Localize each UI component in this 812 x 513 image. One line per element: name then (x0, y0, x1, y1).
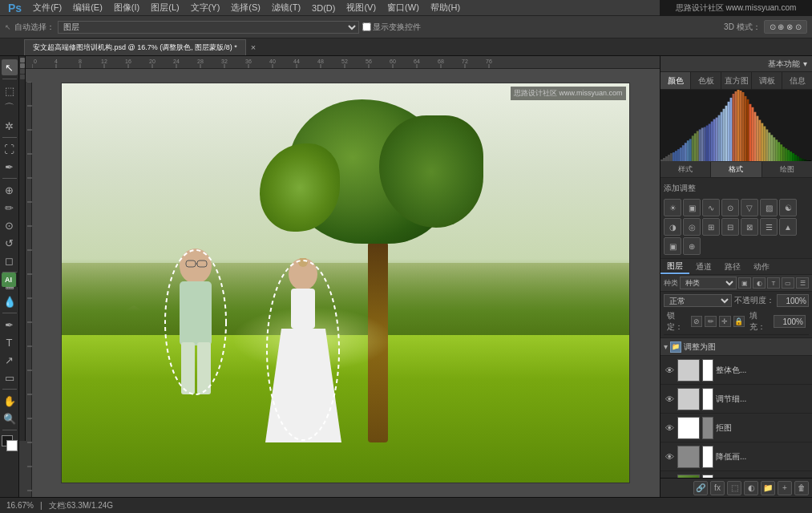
layer-kind-select[interactable]: 种类 (680, 277, 737, 289)
adj-brightness[interactable]: ☀ (664, 199, 681, 216)
canvas-viewport[interactable]: 思路设计社区 www.missyuan.com 查字典.chazidian.co… (35, 74, 655, 492)
tab-layers[interactable]: 图层 (661, 259, 689, 274)
menu-file[interactable]: 文件(F) (28, 0, 67, 15)
tab-close[interactable]: × (251, 42, 256, 52)
link-layers-btn[interactable]: 🔗 (693, 481, 708, 495)
lock-position-btn[interactable]: ✛ (719, 316, 731, 327)
adj-posterize[interactable]: ☰ (760, 218, 778, 236)
quick-select-tool[interactable]: ✲ (2, 118, 18, 134)
delete-layer-btn[interactable]: 🗑 (794, 481, 809, 495)
function-menu-btn[interactable]: ▾ (803, 59, 807, 68)
blend-mode-select[interactable]: 正常 (664, 294, 732, 307)
fill-input[interactable] (774, 315, 806, 328)
add-group-btn[interactable]: 📁 (761, 481, 775, 495)
adj-filter-btn[interactable]: ◐ (753, 277, 766, 289)
menu-filter[interactable]: 滤镜(T) (267, 0, 305, 15)
eraser-tool[interactable]: ◻ (2, 252, 18, 269)
adj-vibrance[interactable]: ▽ (741, 199, 758, 216)
crop-tool[interactable]: ⛶ (2, 141, 18, 157)
tab-info[interactable]: 信息 (782, 72, 812, 89)
tab-draw[interactable]: 绘图 (762, 162, 812, 177)
lasso-tool[interactable]: ⌒ (2, 100, 18, 116)
text-tool[interactable]: T (2, 334, 18, 350)
pixel-filter-btn[interactable]: ▣ (738, 277, 751, 289)
adj-curves[interactable]: ∿ (702, 199, 720, 216)
layer-vis-4[interactable]: 👁 (664, 451, 675, 463)
layer-item-2[interactable]: 👁 调节细... (661, 385, 812, 414)
add-style-btn[interactable]: fx (710, 481, 725, 495)
tab-color[interactable]: 颜色 (661, 72, 691, 89)
tab-channels[interactable]: 通道 (689, 259, 718, 274)
menu-window[interactable]: 窗口(W) (382, 0, 424, 15)
adj-photo-filter[interactable]: ◎ (683, 218, 701, 236)
tab-histogram[interactable]: 直方图 (721, 72, 752, 89)
pen-tool[interactable]: ✒ (2, 317, 18, 333)
adj-channel-mix[interactable]: ⊞ (702, 218, 720, 236)
layer-vis-2[interactable]: 👁 (664, 394, 675, 405)
3d-options[interactable]: ⊙ ⊕ ⊗ ⊙ (764, 20, 807, 34)
fg-color[interactable] (2, 435, 18, 451)
tab-format[interactable]: 格式 (711, 162, 762, 177)
add-mask-btn[interactable]: ⬚ (727, 481, 741, 495)
layer-vis-3[interactable]: 👁 (664, 422, 675, 434)
show-transform-label: 显示变换控件 (362, 22, 421, 33)
ai-side-label-container: AI (0, 273, 18, 287)
clone-tool[interactable]: ⊙ (2, 217, 18, 233)
lock-pixels-btn[interactable]: ✏ (705, 316, 717, 327)
tab-actions[interactable]: 动作 (747, 259, 776, 274)
opacity-input[interactable] (777, 294, 809, 307)
tab-style[interactable]: 样式 (661, 162, 711, 177)
svg-rect-83 (677, 149, 680, 161)
menu-view[interactable]: 视图(V) (341, 0, 381, 15)
brush-tool[interactable]: ✏ (2, 200, 18, 216)
hand-tool[interactable]: ✋ (2, 393, 18, 409)
layer-group-adjustment[interactable]: ▾ 📁 调整为图 (661, 338, 812, 356)
ps-icon[interactable]: Ps (3, 0, 26, 15)
layer-type-select[interactable]: 图层 (58, 21, 359, 34)
move-tool[interactable]: ↖ (2, 59, 18, 75)
tab-swatch[interactable]: 色板 (691, 72, 721, 89)
adj-hsl[interactable]: ▨ (760, 199, 778, 216)
layer-vis-1[interactable]: 👁 (664, 365, 675, 376)
menu-select[interactable]: 选择(S) (226, 0, 265, 15)
menu-edit[interactable]: 编辑(E) (68, 0, 107, 15)
layer-item-3[interactable]: 👁 拒图 (661, 414, 812, 442)
adj-gradient-map[interactable]: ▣ (664, 237, 681, 255)
tab-paths[interactable]: 路径 (718, 259, 747, 274)
smartobj-filter-btn[interactable]: ☰ (796, 277, 809, 289)
add-adj-btn[interactable]: ◐ (744, 481, 758, 495)
adj-invert[interactable]: ⊠ (741, 218, 758, 236)
menu-layer[interactable]: 图层(L) (146, 0, 184, 15)
adj-threshold[interactable]: ▲ (779, 218, 797, 236)
adj-bw[interactable]: ◑ (664, 218, 681, 236)
adj-levels[interactable]: ▣ (683, 199, 701, 216)
document-tab[interactable]: 安文超高端修图培训机构.psd @ 16.7% (调整肤色, 图层蒙版/8) * (24, 39, 246, 55)
path-select-tool[interactable]: ↗ (2, 352, 18, 368)
toolbar-divider-7 (2, 430, 17, 430)
adj-selective-color[interactable]: ⊕ (683, 237, 701, 255)
shape-filter-btn[interactable]: ▭ (782, 277, 794, 289)
menu-text[interactable]: 文字(Y) (186, 0, 225, 15)
show-transform-checkbox[interactable] (362, 22, 371, 31)
adj-colorlookup[interactable]: ⊟ (721, 218, 739, 236)
history-brush-tool[interactable]: ↺ (2, 235, 18, 251)
lock-all-btn[interactable]: 🔒 (733, 316, 745, 327)
menu-image[interactable]: 图像(I) (109, 0, 144, 15)
add-layer-btn[interactable]: + (778, 481, 792, 495)
adj-colorbalance[interactable]: ☯ (779, 199, 797, 216)
text-filter-btn[interactable]: T (767, 277, 780, 289)
blur-tool[interactable]: 💧 (2, 293, 18, 309)
adj-exposure[interactable]: ⊙ (721, 199, 739, 216)
heal-tool[interactable]: ⊕ (2, 182, 18, 198)
shape-tool[interactable]: ▭ (2, 370, 18, 386)
layer-item-4[interactable]: 👁 降低画... (661, 442, 812, 471)
lock-transparent-btn[interactable]: ⊘ (691, 316, 703, 327)
zoom-tool[interactable]: 🔍 (2, 410, 18, 426)
marquee-tool[interactable]: ⬚ (2, 83, 18, 99)
eyedropper-tool[interactable]: ✒ (2, 159, 18, 175)
layer-item-1[interactable]: 👁 整体色... (661, 356, 812, 385)
layer-item-5[interactable]: 👁 增加明... (661, 471, 812, 478)
menu-3d[interactable]: 3D(D) (307, 0, 340, 15)
tab-panel[interactable]: 调板 (752, 72, 782, 89)
menu-help[interactable]: 帮助(H) (426, 0, 465, 15)
